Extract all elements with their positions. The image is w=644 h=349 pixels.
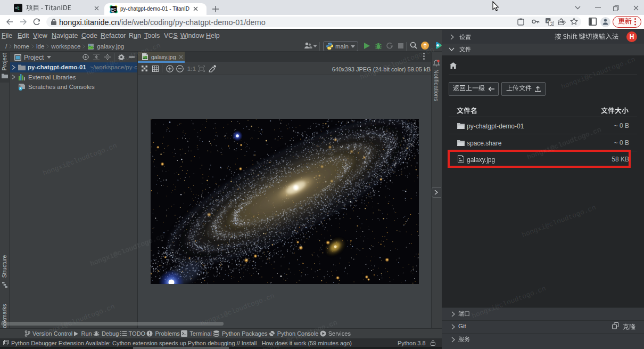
svg-text:PC: PC — [111, 7, 116, 11]
svg-text:t: t — [17, 6, 20, 11]
svg-text:文: 文 — [550, 21, 554, 26]
